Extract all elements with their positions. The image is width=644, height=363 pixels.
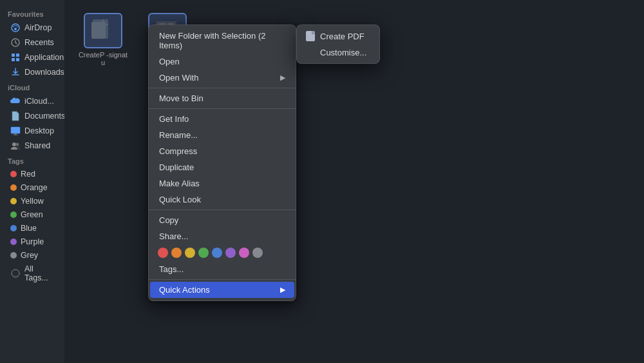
sidebar-item-label: Red (21, 170, 35, 179)
quick-actions-arrow-icon: ▶ (280, 286, 285, 294)
sidebar-item-green[interactable]: Green (3, 208, 62, 221)
sidebar-item-icloud[interactable]: iCloud... (3, 94, 62, 108)
purple-tag-dot (10, 239, 17, 245)
tag-circle-orange[interactable] (171, 248, 182, 258)
svg-rect-5 (12, 58, 15, 61)
sidebar-item-grey[interactable]: Grey (3, 249, 62, 262)
submenu-item-create-pdf[interactable]: Create PDF (297, 28, 379, 44)
sidebar-item-label: Shared (24, 141, 50, 150)
menu-item-label: Compress (159, 146, 197, 156)
sidebar-item-label: Desktop (24, 126, 54, 135)
sidebar-item-all-tags[interactable]: … All Tags... (3, 262, 62, 284)
menu-item-label: Copy (159, 215, 178, 225)
svg-point-8 (12, 142, 16, 146)
svg-point-9 (16, 143, 19, 146)
sidebar-item-label: Downloads (24, 68, 64, 77)
menu-item-label: Get Info (159, 114, 189, 124)
sidebar-item-label: Grey (21, 251, 38, 260)
tag-circle-red[interactable] (158, 248, 168, 258)
create-pdf-icon (306, 31, 315, 41)
menu-item-label: Share... (159, 231, 189, 241)
submenu-arrow-icon: ▶ (280, 74, 285, 82)
menu-item-move-to-bin[interactable]: Move to Bin (150, 90, 294, 106)
file-icon-1 (84, 13, 122, 48)
sidebar-item-documents[interactable]: Documents (3, 109, 62, 123)
file-label-1: CreateP -signatu (77, 51, 129, 66)
tag-circle-purple[interactable] (225, 248, 236, 258)
menu-item-copy[interactable]: Copy (150, 212, 294, 228)
svg-rect-3 (12, 54, 15, 57)
menu-separator-4 (149, 279, 296, 280)
red-tag-dot (10, 171, 17, 177)
svg-rect-4 (16, 54, 19, 57)
sidebar-item-blue[interactable]: Blue (3, 222, 62, 235)
downloads-icon (10, 67, 21, 77)
menu-item-label: Duplicate (159, 162, 194, 172)
all-tags-icon: … (10, 268, 21, 279)
submenu-item-customise[interactable]: Customise... (297, 44, 379, 61)
sidebar-item-label: AirDrop (24, 23, 52, 32)
sidebar: Favourites AirDrop Recents (0, 0, 64, 363)
sidebar-item-shared[interactable]: Shared (3, 139, 62, 153)
menu-item-rename[interactable]: Rename... (150, 127, 294, 143)
menu-item-new-folder[interactable]: New Folder with Selection (2 Items) (150, 28, 294, 54)
favourites-section-title: Favourites (0, 6, 64, 20)
menu-item-duplicate[interactable]: Duplicate (150, 159, 294, 175)
sidebar-item-red[interactable]: Red (3, 168, 62, 181)
menu-item-share[interactable]: Share... (150, 228, 294, 244)
svg-rect-13 (91, 22, 106, 39)
tag-circle-green[interactable] (198, 248, 209, 258)
menu-item-label: Move to Bin (159, 93, 204, 103)
menu-item-tags[interactable]: Tags... (150, 261, 294, 277)
menu-item-label: Rename... (159, 130, 198, 140)
sidebar-item-airdrop[interactable]: AirDrop (3, 21, 62, 35)
file-item-1[interactable]: CreateP -signatu (77, 13, 129, 66)
sidebar-item-label: Orange (21, 183, 48, 192)
menu-item-label: Open With (159, 73, 198, 83)
menu-item-open[interactable]: Open (150, 54, 294, 70)
quick-actions-submenu: Create PDF Customise... (296, 25, 380, 64)
menu-item-quick-actions[interactable]: Quick Actions ▶ (150, 282, 294, 298)
sidebar-item-label: Green (21, 210, 43, 219)
tag-circle-pink[interactable] (239, 248, 249, 258)
sidebar-item-purple[interactable]: Purple (3, 235, 62, 248)
sidebar-item-label: Documents (24, 112, 64, 121)
tag-circle-blue[interactable] (212, 248, 222, 258)
submenu-item-label: Create PDF (320, 32, 365, 41)
sidebar-item-applications[interactable]: Applications (3, 50, 62, 64)
tag-circle-yellow[interactable] (185, 248, 195, 258)
sidebar-item-yellow[interactable]: Yellow (3, 195, 62, 208)
airdrop-icon (10, 23, 21, 33)
menu-item-label: Quick Look (159, 195, 201, 204)
tag-circle-grey[interactable] (252, 248, 263, 258)
menu-item-label: Tags... (159, 264, 184, 274)
sidebar-item-desktop[interactable]: Desktop (3, 124, 62, 138)
sidebar-item-label: All Tags... (24, 264, 54, 282)
applications-icon (10, 52, 21, 63)
sidebar-item-orange[interactable]: Orange (3, 181, 62, 194)
menu-item-label: New Folder with Selection (2 Items) (159, 31, 285, 50)
context-menu: New Folder with Selection (2 Items) Open… (148, 25, 296, 301)
sidebar-item-label: Recents (24, 38, 54, 47)
documents-icon (10, 111, 21, 121)
svg-text:…: … (13, 271, 18, 277)
menu-item-label: Make Alias (159, 179, 200, 188)
desktop-icon (10, 126, 21, 136)
menu-separator-1 (149, 88, 296, 88)
menu-separator-2 (149, 108, 296, 109)
menu-item-make-alias[interactable]: Make Alias (150, 175, 294, 191)
tags-color-row (149, 244, 296, 261)
sidebar-item-downloads[interactable]: Downloads (3, 65, 62, 79)
menu-item-compress[interactable]: Compress (150, 143, 294, 159)
sidebar-item-recents[interactable]: Recents (3, 35, 62, 50)
sidebar-item-label: Yellow (21, 197, 44, 206)
main-content: CreateP -signatu New Folder with Selecti… (64, 0, 644, 363)
shared-icon (10, 141, 21, 151)
menu-item-get-info[interactable]: Get Info (150, 111, 294, 127)
menu-item-quick-look[interactable]: Quick Look (150, 191, 294, 208)
icloud-section-title: iCloud (0, 80, 64, 93)
yellow-tag-dot (10, 198, 17, 204)
menu-item-label: Open (159, 57, 180, 66)
menu-item-open-with[interactable]: Open With ▶ (150, 70, 294, 86)
sidebar-item-label: Applications (24, 53, 64, 62)
